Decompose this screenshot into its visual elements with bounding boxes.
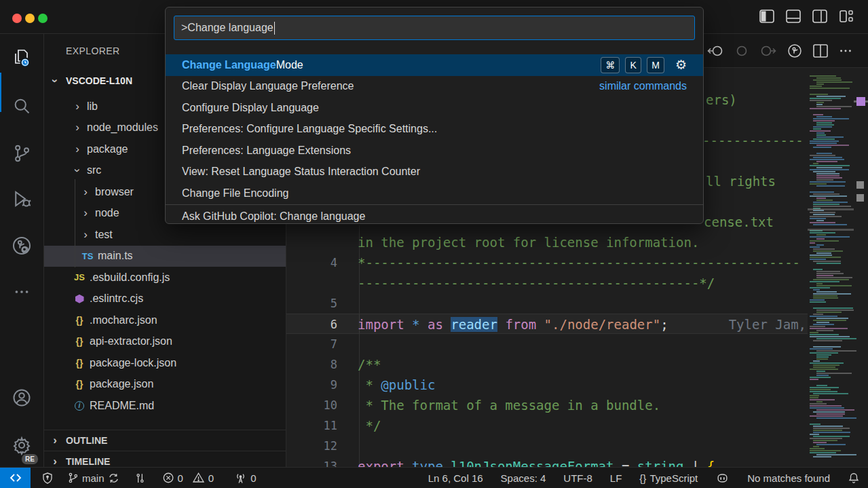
command-label: Preferences: Configure Language Specific… [182, 123, 437, 135]
minimap-line [810, 98, 841, 99]
code-line[interactable]: 12 [286, 436, 808, 456]
minimap-line [813, 118, 849, 119]
minimap-line [810, 88, 850, 89]
accounts-icon[interactable] [0, 379, 43, 417]
minimap-line [810, 389, 831, 390]
code-line[interactable]: 4*--------------------------------------… [286, 252, 808, 273]
token: /** [358, 357, 381, 372]
tree-file-.esbuild.config.js[interactable]: JS.esbuild.config.js [44, 267, 286, 288]
command-item[interactable]: View: Reset Language Status Interaction … [166, 162, 703, 183]
copilot-icon[interactable] [715, 472, 730, 485]
toggle-secondary-sidebar-icon[interactable] [812, 8, 828, 24]
command-item[interactable]: Ask GitHub Copilot: Change language [166, 206, 703, 227]
tree-file-main.ts[interactable]: TSmain.ts [44, 246, 286, 267]
language-mode-item[interactable]: {} TypeScript [639, 472, 698, 484]
commit-graph-icon[interactable] [134, 472, 146, 485]
minimap-line [813, 297, 838, 299]
code-line[interactable]: 9 * @public [286, 375, 808, 395]
chevron-down-icon: › [48, 75, 62, 86]
code-text: *---------------------------------------… [337, 255, 800, 270]
nav-circle-icon[interactable] [735, 43, 749, 58]
tree-file-package.json[interactable]: {}package.json [44, 374, 286, 396]
run-and-debug-icon[interactable] [0, 180, 43, 218]
command-item[interactable]: Preferences: Configure Language Specific… [166, 119, 703, 140]
minimap-line [810, 75, 836, 77]
nav-back-icon[interactable] [707, 43, 725, 58]
code-line[interactable]: 10 * The format of a message in a bundle… [286, 395, 808, 415]
code-line[interactable]: in the project root for license informat… [286, 232, 808, 252]
notifications-bell-icon[interactable] [848, 472, 860, 485]
overview-ruler[interactable] [854, 71, 868, 467]
indentation-item[interactable]: Spaces: 4 [501, 472, 546, 484]
settings-gear-icon[interactable]: RE [0, 426, 43, 464]
minimap-line [816, 102, 824, 103]
tree-file-api-extractor.json[interactable]: {}api-extractor.json [44, 331, 286, 353]
command-item[interactable]: Configure Display Language [166, 97, 703, 119]
code-line[interactable]: 8/** [286, 354, 808, 375]
close-window-button[interactable] [12, 14, 22, 23]
ports-item[interactable]: 0 [234, 472, 256, 485]
minimap-line [813, 157, 842, 158]
search-icon[interactable] [0, 87, 43, 125]
minimap-line [810, 377, 831, 378]
code-line[interactable]: 6import * as reader from "./node/reader"… [286, 314, 808, 334]
token: */ [358, 418, 381, 433]
json-file-icon: {} [72, 336, 87, 347]
maximize-window-button[interactable] [38, 14, 48, 23]
remote-indicator[interactable] [0, 468, 31, 488]
tree-file-.eslintrc.cjs[interactable]: .eslintrc.cjs [44, 288, 286, 310]
tree-folder-test[interactable]: ›test [44, 224, 286, 246]
encoding-item[interactable]: UTF-8 [563, 472, 592, 484]
minimap-line [816, 173, 839, 174]
minimap-line [810, 352, 838, 354]
tree-file-README.md[interactable]: iREADME.md [44, 395, 286, 417]
command-item[interactable]: Clear Display Language Preferencesimilar… [166, 76, 703, 98]
split-editor-icon[interactable] [813, 44, 828, 58]
code-line[interactable]: ----------------------------------------… [286, 273, 808, 293]
minimap[interactable] [808, 71, 854, 467]
code-line[interactable]: 11 */ [286, 415, 808, 436]
token: in the project root for license informat… [358, 235, 699, 250]
code-line[interactable]: 13export type l10nJsonMessageFormat = st… [286, 456, 808, 467]
timeline-panel-header[interactable]: › TIMELINE [44, 451, 286, 467]
eol-item[interactable]: LF [610, 472, 622, 484]
configure-keybinding-gear-icon[interactable]: ⚙ [675, 57, 687, 73]
minimap-line [810, 387, 839, 388]
more-actions-icon[interactable] [838, 43, 853, 58]
similar-commands-link[interactable]: similar commands [599, 80, 687, 92]
minimap-line [816, 309, 854, 311]
history-icon[interactable] [787, 43, 803, 59]
code-text: import * as reader from "./node/reader";… [337, 317, 806, 332]
problems-item[interactable]: 0 0 [162, 472, 214, 484]
git-branch-item[interactable]: main [67, 472, 119, 484]
minimap-line [810, 195, 847, 197]
minimap-line [813, 364, 839, 366]
command-item[interactable]: Change File Encoding [166, 183, 703, 204]
code-line[interactable]: 7 [286, 334, 808, 354]
minimap-line [810, 191, 834, 193]
source-control-icon[interactable] [0, 134, 43, 172]
command-item[interactable]: Preferences: Language Extensions [166, 140, 703, 162]
toggle-panel-icon[interactable] [785, 8, 801, 24]
gitlens-icon[interactable] [0, 227, 43, 265]
minimap-line [813, 428, 850, 429]
command-item[interactable]: Change Language Mode⌘KM⚙ [166, 54, 703, 76]
tree-file-.mocharc.json[interactable]: {}.mocharc.json [44, 309, 286, 331]
explorer-icon[interactable] [0, 39, 43, 77]
code-line[interactable]: 5 [286, 293, 808, 314]
more-views-icon[interactable] [0, 273, 43, 311]
minimize-window-button[interactable] [25, 14, 35, 23]
sync-icon [108, 472, 119, 484]
command-input[interactable]: >Change language [174, 16, 695, 40]
outline-panel-header[interactable]: › OUTLINE [44, 430, 286, 451]
workspace-trust-icon[interactable] [41, 472, 54, 485]
cursor-position-item[interactable]: Ln 6, Col 16 [428, 472, 483, 484]
minimap-line [813, 346, 841, 348]
search-status-item[interactable]: No matches found [747, 472, 830, 484]
toggle-primary-sidebar-icon[interactable] [759, 8, 775, 24]
customize-layout-icon[interactable] [838, 8, 854, 24]
nav-forward-icon[interactable] [759, 43, 776, 58]
workspace-section-header[interactable]: › VSCODE-L10N [50, 71, 132, 90]
warning-count: 0 [208, 472, 214, 484]
tree-file-package-lock.json[interactable]: {}package-lock.json [44, 352, 286, 374]
